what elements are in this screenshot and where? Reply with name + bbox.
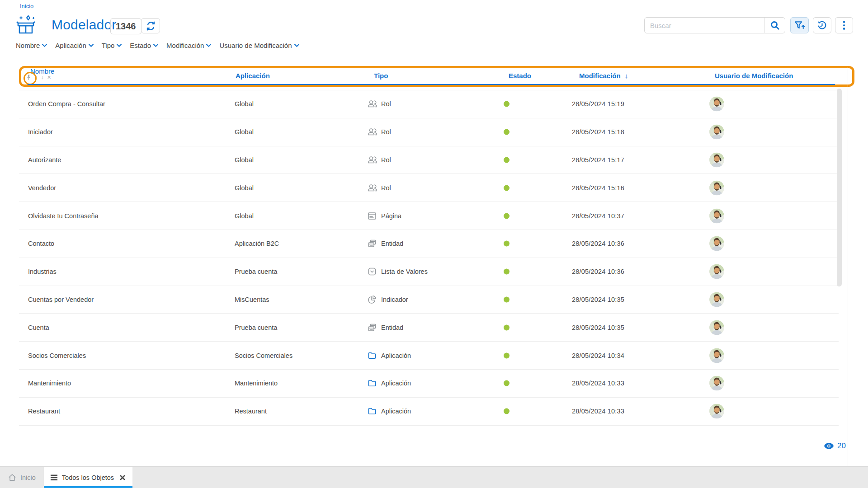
home-icon xyxy=(8,474,16,481)
filter-bar: Nombre Aplicación Tipo Estado Modificaci… xyxy=(16,42,299,49)
object-type-label: Rol xyxy=(381,100,391,108)
status-dot xyxy=(504,380,509,386)
tab-inicio-label: Inicio xyxy=(20,474,36,481)
object-name: Autorizante xyxy=(28,156,61,164)
object-name: Iniciador xyxy=(28,128,53,136)
table-row[interactable]: Restaurant Restaurant xyxy=(19,398,839,426)
role-icon xyxy=(368,156,377,164)
close-column-tool[interactable]: ✕ xyxy=(47,74,51,80)
search-group xyxy=(644,17,785,33)
chevron-down-icon xyxy=(206,44,211,47)
modification-date: 28/05/2024 10:35 xyxy=(572,324,624,331)
modification-date: 28/05/2024 15:16 xyxy=(572,184,624,192)
column-header-type[interactable]: Tipo xyxy=(374,72,388,80)
user-avatar xyxy=(709,152,724,167)
annotation-circle xyxy=(24,72,37,85)
column-header-application[interactable]: Aplicación xyxy=(236,72,270,80)
filter-chip-label: Aplicación xyxy=(55,42,86,49)
user-avatar xyxy=(709,125,724,140)
column-header-modification[interactable]: Modificación ↓ xyxy=(579,72,628,80)
object-type-label: Página xyxy=(381,212,401,220)
search-icon xyxy=(770,20,780,30)
tab-close-button[interactable] xyxy=(120,475,125,480)
object-application: Global xyxy=(235,212,254,220)
object-application: Socios Comerciales xyxy=(235,352,292,359)
tab-todos-label: Todos los Objetos xyxy=(62,474,114,481)
object-application: Global xyxy=(235,184,254,192)
application-folder-icon xyxy=(368,407,377,416)
filter-chip-modificaci-n[interactable]: Modificación xyxy=(166,42,211,49)
history-button[interactable] xyxy=(813,17,831,33)
status-dot xyxy=(504,157,509,163)
filter-chip-estado[interactable]: Estado xyxy=(130,42,158,49)
filter-upload-icon xyxy=(794,21,805,30)
search-input[interactable] xyxy=(645,22,764,29)
column-header-user[interactable]: Usuario de Modificación xyxy=(715,72,793,80)
tab-inicio[interactable]: Inicio xyxy=(0,467,44,488)
user-avatar xyxy=(709,320,724,335)
page-title: Modelador xyxy=(52,17,117,33)
modification-date: 28/05/2024 10:35 xyxy=(572,296,624,303)
entity-icon xyxy=(368,239,377,248)
table-row[interactable]: Contacto Aplicación B2C xyxy=(19,230,839,258)
chevron-down-icon xyxy=(42,44,47,47)
pin-column-tool[interactable] xyxy=(26,74,32,80)
user-avatar xyxy=(709,376,724,391)
filter-chip-tipo[interactable]: Tipo xyxy=(102,42,122,49)
tab-todos-los-objetos[interactable]: Todos los Objetos xyxy=(44,467,132,488)
modification-date: 28/05/2024 10:34 xyxy=(572,352,624,359)
user-avatar xyxy=(709,404,724,419)
user-avatar xyxy=(709,97,724,112)
table-row[interactable]: Mantenimiento Mantenimiento xyxy=(19,370,839,398)
status-dot xyxy=(504,185,509,191)
table-row[interactable]: Cuenta Prueba cuenta xyxy=(19,314,839,342)
table-row[interactable]: Cuentas por Vendedor MisCuentas xyxy=(19,286,839,314)
status-dot xyxy=(504,269,509,275)
user-avatar xyxy=(709,292,724,307)
table-scrollbar-thumb[interactable] xyxy=(837,89,842,286)
status-dot xyxy=(504,408,509,414)
panel-edge-divider xyxy=(848,67,848,466)
column-header-tools: ↑ ↓ ✕ xyxy=(26,74,51,80)
table-row[interactable]: Vendedor Global xyxy=(19,174,839,202)
object-application: Aplicación B2C xyxy=(235,240,279,247)
page-icon xyxy=(368,211,377,221)
chevron-down-icon xyxy=(153,44,158,47)
object-name: Orden Compra - Consultar xyxy=(28,100,105,108)
status-dot xyxy=(504,241,509,247)
eye-icon xyxy=(824,442,834,450)
object-name: Socios Comerciales xyxy=(28,352,86,359)
table-row[interactable]: Autorizante Global xyxy=(19,146,839,174)
filter-chip-usuario-de-modificaci-n[interactable]: Usuario de Modificación xyxy=(219,42,299,49)
refresh-button[interactable] xyxy=(141,18,160,33)
refresh-icon xyxy=(146,21,156,31)
table-row[interactable]: Industrias Prueba cuenta xyxy=(19,258,839,286)
breadcrumb-home-link[interactable]: Inicio xyxy=(20,3,33,9)
modification-date: 28/05/2024 10:36 xyxy=(572,268,624,275)
status-dot xyxy=(504,213,509,219)
filter-chip-nombre[interactable]: Nombre xyxy=(16,42,47,49)
object-name: Restaurant xyxy=(28,408,60,415)
modification-date: 28/05/2024 15:19 xyxy=(572,100,624,108)
search-button[interactable] xyxy=(764,18,785,33)
application-folder-icon xyxy=(368,351,377,360)
visible-count-control[interactable]: 20 xyxy=(824,441,846,450)
table-row[interactable]: Orden Compra - Consultar Global xyxy=(19,90,839,118)
more-options-button[interactable] xyxy=(835,17,853,33)
column-header-status[interactable]: Estado xyxy=(509,72,531,80)
object-type-label: Indicador xyxy=(381,296,408,303)
table-row[interactable]: Iniciador Global xyxy=(19,118,839,146)
modification-date: 28/05/2024 10:33 xyxy=(572,408,624,415)
filter-chip-aplicaci-n[interactable]: Aplicación xyxy=(55,42,93,49)
object-type-label: Entidad xyxy=(381,324,403,331)
move-down-tool[interactable]: ↓ xyxy=(41,74,44,80)
object-type-label: Rol xyxy=(381,156,391,164)
object-name: Contacto xyxy=(28,240,54,247)
object-application: Global xyxy=(235,100,254,108)
table-row[interactable]: Olvidaste tu Contraseña Global xyxy=(19,202,839,230)
header-underline xyxy=(28,84,835,85)
table-row[interactable]: Socios Comerciales Socios Comerciales xyxy=(19,342,839,370)
filter-toggle-button[interactable] xyxy=(790,17,809,33)
object-application: Prueba cuenta xyxy=(235,268,277,275)
active-tab-underline xyxy=(44,486,132,488)
